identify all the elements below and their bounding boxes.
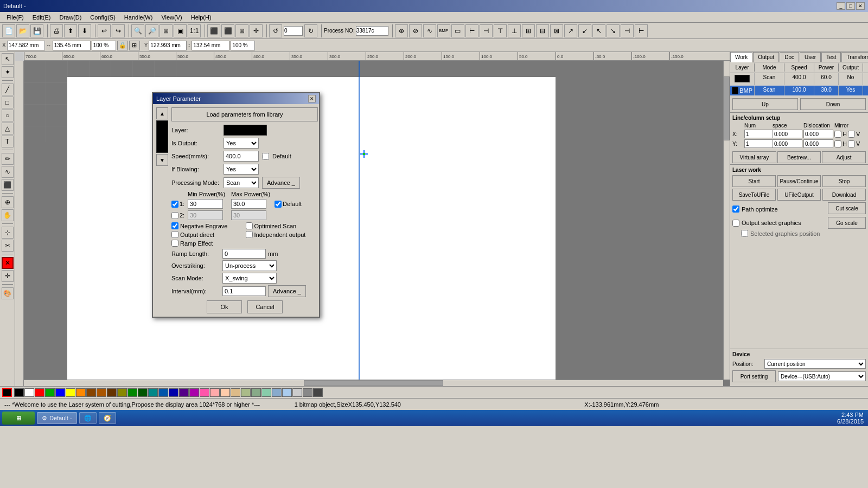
color-swatch-7[interactable]: [86, 388, 96, 397]
rotate-ccw-btn[interactable]: ↺: [269, 24, 282, 37]
tab-transform[interactable]: Transform: [841, 52, 868, 62]
path-optimize-check[interactable]: [732, 206, 739, 213]
power1-max[interactable]: [231, 199, 266, 209]
lcs-x-space[interactable]: [773, 130, 802, 138]
power1-default-check[interactable]: [275, 201, 282, 208]
output-direct-check[interactable]: [171, 231, 178, 238]
lcs-y-v-check[interactable]: [848, 140, 855, 147]
lock-icon[interactable]: 🔒: [117, 41, 128, 50]
tab-output[interactable]: Output: [753, 52, 779, 62]
power1-min[interactable]: [188, 199, 223, 209]
text-tool[interactable]: T: [2, 136, 14, 147]
tb-icon2[interactable]: ⊘: [409, 24, 422, 37]
align-center-btn[interactable]: ⬛: [221, 24, 234, 37]
menu-config[interactable]: Config(S): [86, 13, 119, 22]
tb-icon5[interactable]: ⊢: [465, 24, 478, 37]
pause-btn[interactable]: Pause/Continue: [777, 175, 821, 187]
layer-row-1[interactable]: BMP Scan 100.0 30.0 Yes: [730, 86, 868, 96]
tab-test[interactable]: Test: [821, 52, 841, 62]
color-swatch-22[interactable]: [241, 388, 251, 397]
blowing-select[interactable]: Yes No: [224, 164, 259, 175]
tb-icon12[interactable]: ↗: [564, 24, 577, 37]
color-swatch-14[interactable]: [158, 388, 168, 397]
color-swatch-20[interactable]: [220, 388, 230, 397]
ramp-length-input[interactable]: [222, 249, 266, 259]
h-scrollbar[interactable]: [24, 380, 723, 386]
color-tool[interactable]: 🎨: [2, 287, 14, 299]
position-select[interactable]: Current position: [764, 359, 866, 369]
tab-user[interactable]: User: [800, 52, 821, 62]
color-swatch-17[interactable]: [189, 388, 199, 397]
processing-mode-select[interactable]: Scan Cut: [224, 177, 259, 188]
new-btn[interactable]: 📄: [2, 24, 15, 37]
pen-tool[interactable]: ✏: [2, 153, 14, 165]
color-swatch-13[interactable]: [148, 388, 158, 397]
tb-icon7[interactable]: ⊤: [494, 24, 507, 37]
bestrew-btn[interactable]: Bestrew...: [777, 151, 821, 163]
speed-input[interactable]: [224, 151, 259, 162]
menu-file[interactable]: File(F): [2, 13, 28, 22]
v-scrollbar[interactable]: [723, 61, 730, 380]
dialog-up-btn[interactable]: ▲: [156, 107, 168, 119]
dialog-down-btn[interactable]: ▼: [156, 154, 168, 166]
power2-check[interactable]: [171, 212, 178, 219]
print-btn[interactable]: 🖨: [50, 24, 63, 37]
power1-check[interactable]: [171, 201, 178, 208]
save-to-u-btn[interactable]: SaveToUFile: [732, 189, 776, 201]
zoom-tool[interactable]: ⊕: [2, 196, 14, 208]
hand-tool[interactable]: ✋: [2, 209, 14, 221]
tb-icon16[interactable]: ⊣: [621, 24, 634, 37]
color-swatch-9[interactable]: [107, 388, 117, 397]
maximize-btn[interactable]: □: [846, 2, 855, 10]
color-swatch-4[interactable]: [55, 388, 65, 397]
menu-handle[interactable]: Handle(W): [120, 13, 157, 22]
color-swatch-24[interactable]: [261, 388, 271, 397]
taskbar-app-chrome[interactable]: 🌐: [79, 412, 97, 424]
grid-icon[interactable]: ⊞: [129, 41, 140, 50]
redo-btn[interactable]: ↪: [112, 24, 125, 37]
stop-btn[interactable]: Stop: [822, 175, 866, 187]
neg-engrave-check[interactable]: [171, 222, 178, 229]
menu-view[interactable]: View(V): [157, 13, 186, 22]
h-scrollbar-thumb[interactable]: [304, 380, 444, 386]
color-swatch-28[interactable]: [303, 388, 312, 397]
tb-icon13[interactable]: ↙: [578, 24, 591, 37]
rotate-input[interactable]: [284, 26, 303, 36]
color-swatch-15[interactable]: [169, 388, 178, 397]
align-left-btn[interactable]: ⬛: [207, 24, 220, 37]
zoom-actual-btn[interactable]: 1:1: [188, 24, 201, 37]
y-value-input[interactable]: [149, 41, 187, 50]
color-swatch-2[interactable]: [35, 388, 44, 397]
tb-icon14[interactable]: ↖: [592, 24, 605, 37]
y-size-input[interactable]: [192, 41, 229, 50]
x-size-input[interactable]: [53, 41, 91, 50]
go-scale-btn[interactable]: Go scale: [828, 217, 866, 229]
dialog-close-btn[interactable]: ✕: [308, 95, 316, 102]
process-no-input[interactable]: [356, 26, 388, 36]
zoom-in-btn[interactable]: 🔍: [131, 24, 144, 37]
export-btn[interactable]: ⬇: [78, 24, 91, 37]
color-swatch-16[interactable]: [179, 388, 189, 397]
taskbar-app-nav[interactable]: 🧭: [99, 412, 116, 424]
download-btn[interactable]: Download: [822, 189, 866, 201]
undo-btn[interactable]: ↩: [98, 24, 111, 37]
layer-color-input[interactable]: [224, 125, 267, 136]
color-swatch-18[interactable]: [200, 388, 209, 397]
open-btn[interactable]: 📂: [16, 24, 29, 37]
color-swatch-0[interactable]: [14, 388, 24, 397]
tab-doc[interactable]: Doc: [780, 52, 799, 62]
poly-tool[interactable]: △: [2, 123, 14, 134]
select-tool[interactable]: ↖: [2, 53, 14, 65]
tb-icon11[interactable]: ⊠: [550, 24, 563, 37]
lcs-x-h-check[interactable]: [834, 131, 841, 138]
lcs-y-disloc[interactable]: [803, 139, 833, 148]
power2-min[interactable]: [188, 210, 223, 220]
interval-input[interactable]: [222, 286, 266, 296]
start-btn[interactable]: Start: [732, 175, 776, 187]
lcs-x-v-check[interactable]: [848, 131, 855, 138]
advance-btn-1[interactable]: Advance _: [262, 177, 300, 189]
canvas-inner[interactable]: × HACK LEARN MAKE SLOW S: [24, 61, 730, 386]
lcs-y-num[interactable]: [744, 139, 774, 148]
minimize-btn[interactable]: _: [837, 2, 845, 10]
tb-icon10[interactable]: ⊟: [536, 24, 549, 37]
